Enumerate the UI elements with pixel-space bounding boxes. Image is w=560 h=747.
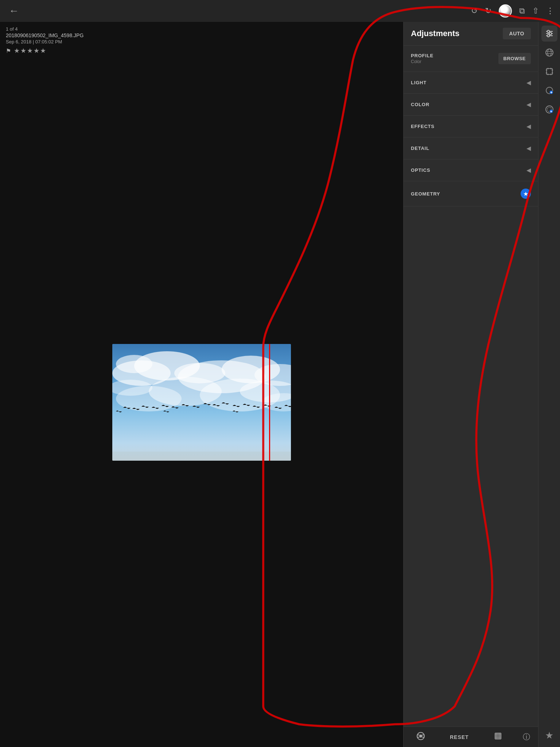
svg-rect-14 (112, 452, 291, 455)
flag-icon[interactable]: ⚑ (6, 47, 11, 54)
svg-point-11 (174, 363, 225, 383)
photo-area: 1 of 4 20180906190502_IMG_4598.JPG Sep 6… (0, 22, 341, 455)
back-button[interactable]: ← (6, 2, 22, 20)
svg-point-3 (116, 355, 152, 373)
photo-image (112, 344, 291, 455)
header-left: ← (6, 2, 22, 20)
star-1: ★ (14, 47, 20, 55)
star-4: ★ (34, 47, 39, 55)
star-5: ★ (40, 47, 46, 55)
star-2: ★ (20, 47, 26, 55)
header-bar: ← ↺ ↻ ⧉ ⇧ ⋮ (0, 0, 341, 22)
photo-info: 1 of 4 20180906190502_IMG_4598.JPG Sep 6… (0, 22, 341, 58)
photo-filename: 20180906190502_IMG_4598.JPG (6, 32, 341, 38)
photo-meta: ⚑ ★ ★ ★ ★ ★ (6, 47, 341, 55)
photo-svg (112, 344, 291, 455)
main-area: 1 of 4 20180906190502_IMG_4598.JPG Sep 6… (0, 22, 341, 455)
star-rating[interactable]: ★ ★ ★ ★ ★ (14, 47, 46, 55)
photo-date: Sep 6, 2018 | 07:05:02 PM (6, 39, 341, 44)
photo-counter: 1 of 4 (6, 26, 341, 32)
photo-container (0, 58, 341, 455)
star-3: ★ (27, 47, 33, 55)
